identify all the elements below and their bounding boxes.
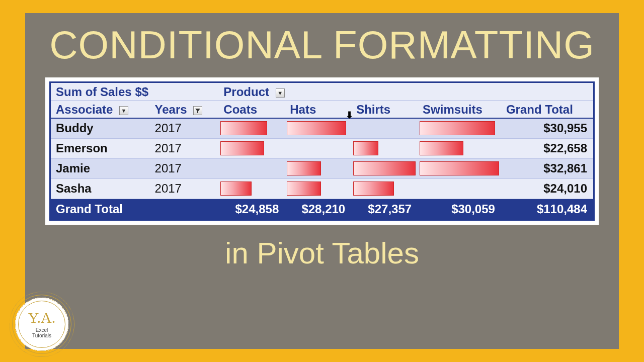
- data-bar: [353, 182, 394, 196]
- row-field-label: Associate: [56, 103, 113, 116]
- slide-subtitle: in Pivot Tables: [45, 236, 599, 270]
- product-dropdown-icon[interactable]: ▼: [276, 88, 285, 98]
- pivot-table: Sum of Sales $$ Product ▼ Associate ▼ Ye…: [51, 83, 593, 219]
- slide-frame: CONDITIONAL FORMATTING Sum of Sales $$ P…: [25, 13, 619, 349]
- table-row: Jamie 2017 $32,861: [51, 158, 593, 178]
- data-bar: [287, 121, 346, 135]
- table-row: Sasha 2017 $24,010: [51, 178, 593, 199]
- data-bar: [353, 161, 416, 175]
- associate-dropdown-icon[interactable]: ▼: [119, 106, 128, 115]
- table-row: Buddy 2017 $30,955: [51, 118, 593, 138]
- col-header-hats[interactable]: Hats: [290, 103, 316, 116]
- data-bar: [220, 141, 264, 155]
- year-field-label: Years: [155, 103, 187, 116]
- grand-total-row: Grand Total $24,858 $28,210 $27,357 $30,…: [51, 199, 593, 219]
- col-header-shirts[interactable]: Shirts: [351, 101, 418, 119]
- years-filter-icon[interactable]: [193, 106, 202, 115]
- col-header-swimsuits[interactable]: Swimsuits: [418, 101, 501, 119]
- data-bar: [420, 121, 495, 135]
- data-bar: [220, 121, 267, 135]
- channel-logo: Y.A. Excel Tutorials: [9, 292, 74, 357]
- measure-label: Sum of Sales $$: [56, 85, 148, 99]
- column-field-label: Product: [223, 85, 269, 99]
- pivot-container: Sum of Sales $$ Product ▼ Associate ▼ Ye…: [45, 77, 599, 225]
- mouse-cursor-icon: ⬇: [346, 110, 353, 121]
- col-header-coats[interactable]: Coats: [218, 101, 285, 119]
- data-bar: [353, 141, 378, 155]
- data-bar: [420, 141, 463, 155]
- table-row: Emerson 2017 $22,658: [51, 138, 593, 158]
- data-bar: [220, 182, 252, 196]
- data-bar: [287, 182, 321, 196]
- slide-title: CONDITIONAL FORMATTING: [45, 25, 599, 64]
- data-bar: [287, 161, 321, 175]
- data-bar: [420, 161, 499, 175]
- col-header-grandtotal: Grand Total: [501, 101, 593, 119]
